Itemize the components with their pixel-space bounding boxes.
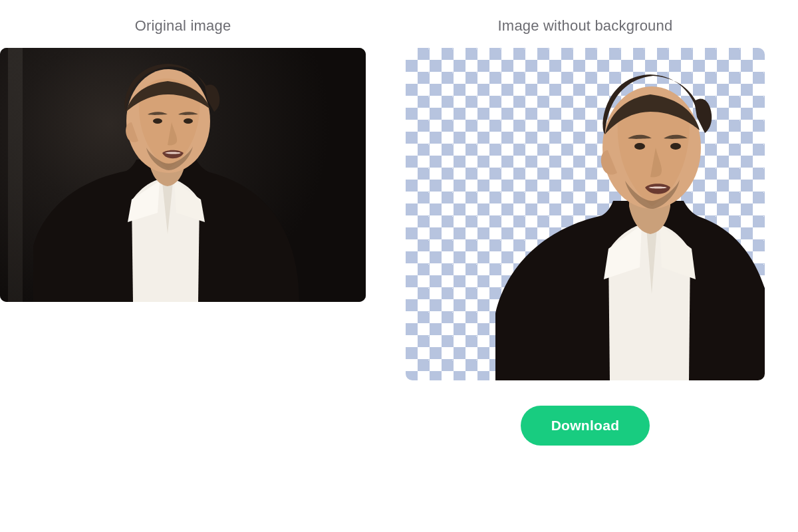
- original-subject-illustration: [27, 48, 306, 302]
- result-image-panel: Image without background: [406, 0, 765, 446]
- svg-point-1: [153, 118, 162, 124]
- svg-point-4: [634, 143, 645, 150]
- original-image-background-highlight: [8, 48, 23, 302]
- download-row: Download: [406, 406, 765, 446]
- original-image-panel: Original image: [0, 0, 366, 446]
- result-subject-illustration: [492, 48, 765, 380]
- svg-point-2: [184, 118, 193, 124]
- original-image: [0, 48, 366, 302]
- svg-point-5: [670, 143, 681, 150]
- result-image: [406, 48, 765, 380]
- download-button[interactable]: Download: [521, 406, 650, 446]
- original-image-title: Original image: [0, 0, 366, 48]
- result-image-title: Image without background: [406, 0, 765, 48]
